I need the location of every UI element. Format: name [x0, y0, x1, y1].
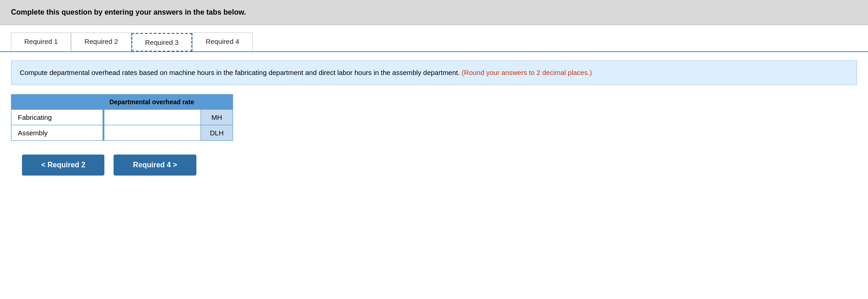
- col-header-unit: [201, 95, 233, 110]
- tab-required3[interactable]: Required 3: [131, 33, 192, 52]
- overhead-rate-table: Departmental overhead rate Fabricating M…: [11, 94, 233, 141]
- instruction-text: Complete this question by entering your …: [11, 8, 246, 16]
- tab-required1[interactable]: Required 1: [11, 32, 71, 51]
- instruction-bar: Complete this question by entering your …: [0, 0, 868, 25]
- next-button[interactable]: Required 4 >: [114, 155, 196, 176]
- prev-button[interactable]: < Required 2: [22, 155, 104, 176]
- fabricating-input-cell: [103, 110, 201, 125]
- nav-buttons-row: < Required 2 Required 4 >: [11, 155, 857, 176]
- round-note: (Round your answers to 2 decimal places.…: [462, 69, 592, 76]
- tab-required2[interactable]: Required 2: [71, 32, 131, 51]
- col-header-empty: [11, 95, 103, 110]
- tab-required4[interactable]: Required 4: [192, 32, 252, 51]
- assembly-unit: DLH: [201, 125, 233, 141]
- content-area: Compute departmental overhead rates base…: [0, 52, 868, 184]
- assembly-input-cell: [103, 125, 201, 141]
- row-label-fabricating: Fabricating: [11, 110, 103, 125]
- row-label-assembly: Assembly: [11, 125, 103, 141]
- fabricating-rate-input[interactable]: [103, 110, 201, 125]
- table-row: Assembly DLH: [11, 125, 233, 141]
- assembly-rate-input[interactable]: [103, 125, 201, 140]
- col-header-departmental: Departmental overhead rate: [103, 95, 201, 110]
- fabricating-unit: MH: [201, 110, 233, 125]
- question-main-text: Compute departmental overhead rates base…: [20, 69, 460, 76]
- tabs-container: Required 1 Required 2 Required 3 Require…: [0, 25, 868, 52]
- table-row: Fabricating MH: [11, 110, 233, 125]
- question-text-box: Compute departmental overhead rates base…: [11, 60, 857, 85]
